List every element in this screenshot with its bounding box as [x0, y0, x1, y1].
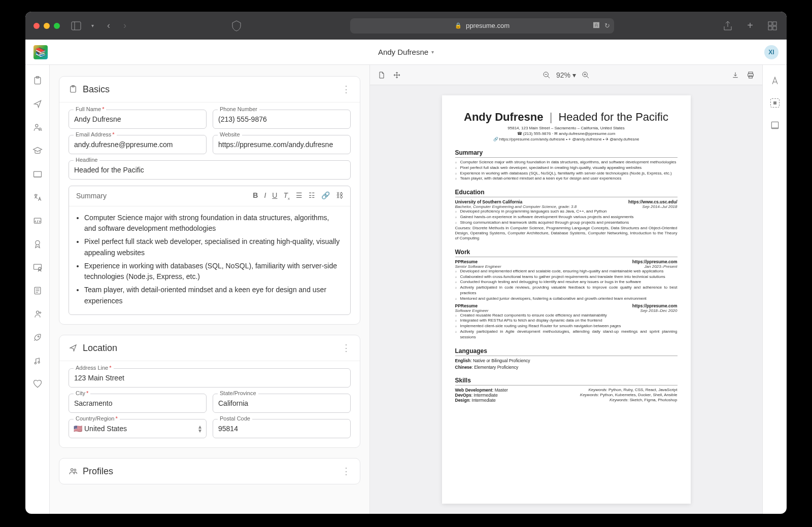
- select-arrows-icon: ▴▾: [198, 425, 201, 433]
- profiles-card: Profiles ⋮: [59, 458, 360, 484]
- phone-input[interactable]: [213, 110, 351, 129]
- website-field: Website: [213, 135, 351, 154]
- new-tab-icon[interactable]: +: [744, 20, 756, 32]
- close-window-button[interactable]: [33, 23, 40, 29]
- shield-icon[interactable]: [230, 20, 243, 32]
- summary-textarea[interactable]: Computer Science major with strong found…: [69, 206, 350, 315]
- share-icon[interactable]: [722, 20, 734, 32]
- svg-rect-2: [768, 22, 772, 25]
- forward-button[interactable]: ›: [119, 20, 131, 32]
- url-host: ppresume.com: [466, 22, 510, 29]
- layout-settings-icon[interactable]: [770, 98, 780, 108]
- postal-input[interactable]: [213, 419, 351, 438]
- download-button[interactable]: [731, 71, 740, 80]
- pv-bullet: Experience in working with databases (SQ…: [455, 171, 678, 177]
- svg-point-9: [39, 128, 41, 130]
- profiles-title: Profiles: [83, 466, 113, 477]
- pv-bullet: Gained hands-on experience in software d…: [455, 215, 678, 220]
- chevron-down-icon[interactable]: ▾: [86, 20, 98, 32]
- location-card: Location ⋮ Address Line* City*: [59, 335, 360, 448]
- state-field: State/Province: [213, 394, 351, 413]
- browser-window: ▾ ‹ › 🔒 ppresume.com 🅰 ↻ + 📚 Andy Dufres…: [25, 12, 787, 514]
- svg-point-14: [35, 240, 39, 244]
- clear-format-button[interactable]: Tx: [283, 191, 290, 201]
- svg-rect-5: [773, 26, 776, 30]
- basics-menu-button[interactable]: ⋮: [342, 84, 351, 95]
- zoom-in-button[interactable]: [581, 71, 590, 80]
- resume-title: Andy Dufresne: [378, 48, 428, 56]
- city-input[interactable]: [69, 394, 207, 413]
- country-select[interactable]: United States: [69, 419, 207, 438]
- maximize-window-button[interactable]: [54, 23, 60, 29]
- preview-canvas[interactable]: Andy Dufresne | Headed for the Pacific 9…: [370, 85, 762, 514]
- pv-bullet: Developed proficiency in programming lan…: [455, 209, 678, 215]
- pv-bullet: Actively participated in Agile developme…: [455, 329, 678, 340]
- pv-name: Andy Dufresne: [464, 111, 543, 123]
- app-logo[interactable]: 📚: [33, 45, 48, 59]
- pv-lang-title: Languages: [455, 347, 678, 356]
- address-bar[interactable]: 🔒 ppresume.com 🅰 ↻: [350, 18, 614, 33]
- email-field: Email Address*: [69, 135, 207, 154]
- browser-titlebar: ▾ ‹ › 🔒 ppresume.com 🅰 ↻ +: [25, 12, 787, 40]
- state-input[interactable]: [213, 394, 351, 413]
- profiles-menu-button[interactable]: ⋮: [342, 466, 351, 477]
- sidebar-toggle-icon[interactable]: [70, 20, 82, 32]
- basics-title: Basics: [83, 84, 110, 95]
- pv-headline: Headed for the Pacific: [558, 111, 668, 123]
- font-settings-icon[interactable]: [769, 75, 781, 86]
- link-button[interactable]: 🔗: [321, 191, 330, 201]
- pdf-icon[interactable]: [377, 71, 386, 80]
- basics-card: Basics ⋮ Full Name* Phone Number: [59, 76, 360, 325]
- pv-bullet: Created reusable React components to ens…: [455, 313, 678, 319]
- svg-line-35: [587, 76, 589, 78]
- pv-skills-title: Skills: [455, 377, 678, 385]
- form-editor: Basics ⋮ Full Name* Phone Number: [50, 65, 369, 514]
- minimize-window-button[interactable]: [44, 23, 50, 29]
- pv-contact2: ☎ (213) 555-9876 · ✉ andy.dufresne@ppres…: [455, 131, 678, 136]
- nav-education-icon[interactable]: [32, 145, 43, 156]
- nav-projects-icon[interactable]: [32, 332, 43, 343]
- location-menu-button[interactable]: ⋮: [342, 342, 351, 354]
- nav-location-icon[interactable]: [32, 98, 43, 110]
- email-input[interactable]: [69, 135, 207, 154]
- nav-basics-icon[interactable]: [32, 75, 43, 86]
- full-name-input[interactable]: [69, 110, 207, 129]
- nav-languages-icon[interactable]: [32, 192, 43, 203]
- translate-icon[interactable]: 🅰: [593, 22, 599, 29]
- template-settings-icon[interactable]: [769, 120, 781, 131]
- preview-toolbar: 92% ▾: [370, 65, 762, 85]
- nav-work-icon[interactable]: [32, 168, 43, 180]
- nav-skills-icon[interactable]: [32, 215, 43, 226]
- bold-button[interactable]: B: [253, 191, 258, 201]
- nav-publications-icon[interactable]: [32, 285, 43, 296]
- back-button[interactable]: ‹: [103, 20, 115, 32]
- bullet-list-button[interactable]: ☰: [296, 191, 302, 201]
- resume-title-dropdown[interactable]: Andy Dufresne ▾: [378, 48, 434, 56]
- address-input[interactable]: [69, 368, 351, 388]
- user-avatar[interactable]: XI: [764, 45, 779, 59]
- pv-bullet: Actively participated in code reviews, p…: [455, 285, 678, 296]
- reload-icon[interactable]: ↻: [604, 22, 610, 29]
- nav-profiles-icon[interactable]: [32, 122, 43, 133]
- zoom-level[interactable]: 92% ▾: [556, 71, 576, 79]
- tabs-overview-icon[interactable]: [766, 20, 779, 32]
- nav-references-icon[interactable]: [32, 308, 43, 320]
- location-title: Location: [83, 343, 117, 354]
- zoom-out-button[interactable]: [542, 71, 551, 80]
- address-field: Address Line*: [69, 368, 351, 388]
- preview-pane: 92% ▾ Andy Dufresne | Headed for the Pac…: [369, 65, 762, 514]
- headline-input[interactable]: [69, 160, 351, 180]
- nav-certificates-icon[interactable]: [32, 262, 43, 273]
- print-button[interactable]: [746, 71, 755, 80]
- nav-interests-icon[interactable]: [32, 355, 43, 366]
- ordered-list-button[interactable]: ☷: [309, 191, 315, 201]
- svg-rect-4: [768, 26, 772, 30]
- website-input[interactable]: [213, 135, 351, 154]
- move-icon[interactable]: [392, 71, 401, 80]
- unlink-button[interactable]: ⛓: [336, 191, 343, 201]
- italic-button[interactable]: I: [264, 191, 266, 201]
- right-nav-rail: [762, 65, 787, 514]
- nav-volunteer-icon[interactable]: [32, 378, 43, 390]
- underline-button[interactable]: U: [272, 191, 277, 201]
- nav-awards-icon[interactable]: [32, 238, 43, 250]
